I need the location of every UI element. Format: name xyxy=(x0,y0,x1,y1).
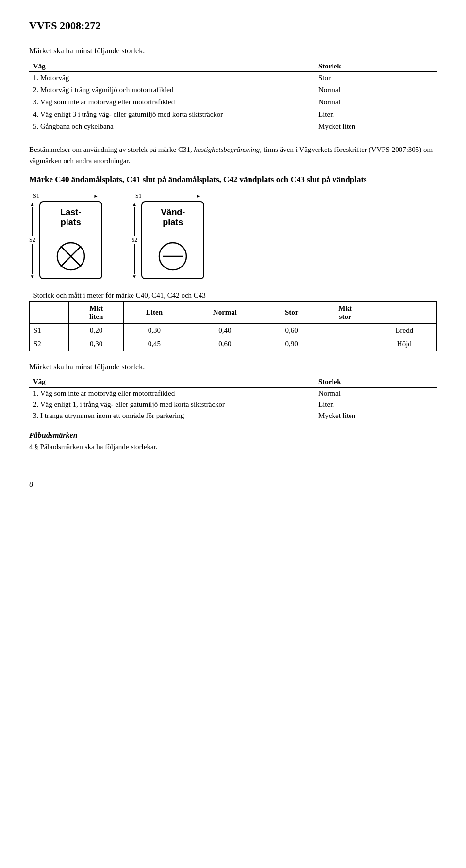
row2-col2: Normal xyxy=(315,84,437,96)
arrow-down-2: ▼ xyxy=(132,274,137,279)
table-row: 3. I trånga utrymmen inom ett område för… xyxy=(29,410,437,421)
s3-row2-col1: 2. Väg enligt 1, i trång väg- eller gatu… xyxy=(29,399,315,410)
sign1-body: ▲ S2 ▼ Last-plats xyxy=(29,201,102,279)
meas-caption-row: Storlek och mått i meter för märke C40, … xyxy=(30,289,437,302)
vandplats-icon xyxy=(158,241,188,271)
meas-h3: Normal xyxy=(185,301,265,323)
row3-col2: Normal xyxy=(315,96,437,108)
lastplats-icon xyxy=(56,241,86,271)
section3: Märket ska ha minst följande storlek. Vä… xyxy=(29,363,437,421)
arrow-down-1: ▼ xyxy=(30,274,34,279)
table-header-row: Väg Storlek xyxy=(29,60,437,72)
section3-header-row: Väg Storlek xyxy=(29,376,437,388)
table-row: 3. Väg som inte är motorväg eller motort… xyxy=(29,96,437,108)
s1-label-2: S1 xyxy=(135,192,142,200)
s2-line-1 xyxy=(32,207,33,237)
row1-col2: Stor xyxy=(315,72,437,84)
page-number: 8 xyxy=(29,480,437,489)
meas-h5: Mktstor xyxy=(318,301,372,323)
s1-label-1: S1 xyxy=(33,192,39,200)
meas-row-s1: S1 0,20 0,30 0,40 0,60 Bredd xyxy=(30,323,437,337)
meas-s2-v2: 0,45 xyxy=(123,337,185,351)
table-row: 1. Väg som inte är motorväg eller motort… xyxy=(29,387,437,399)
row1-col1: 1. Motorväg xyxy=(29,72,315,84)
s2-line-2 xyxy=(134,207,135,237)
meas-s2-v5 xyxy=(318,337,372,351)
sign2-body: ▲ S2 ▼ Vänd-plats xyxy=(132,201,205,279)
meas-table: Storlek och mått i meter för märke C40, … xyxy=(29,289,437,351)
s2-text-1: S2 xyxy=(29,236,35,244)
body-text: Bestämmelser om användning av storlek på… xyxy=(29,144,437,166)
sign2-box: Vänd-plats xyxy=(141,201,204,279)
s3-col2-header: Storlek xyxy=(315,376,437,388)
sign2-text: Vänd-plats xyxy=(161,207,185,228)
row3-col1: 3. Väg som inte är motorväg eller motort… xyxy=(29,96,315,108)
meas-s2-v4: 0,90 xyxy=(265,337,318,351)
meas-s1-v3: 0,40 xyxy=(185,323,265,337)
s1-line-2 xyxy=(144,196,194,196)
meas-h4: Stor xyxy=(265,301,318,323)
meas-s2-v3: 0,60 xyxy=(185,337,265,351)
section1-table: Väg Storlek 1. Motorväg Stor 2. Motorväg… xyxy=(29,60,437,133)
table-row: 2. Motorväg i trång vägmiljö och motortr… xyxy=(29,84,437,96)
row2-col1: 2. Motorväg i trång vägmiljö och motortr… xyxy=(29,84,315,96)
row5-col1: 5. Gångbana och cykelbana xyxy=(29,120,315,133)
paambuds-heading: Påbudsmärken xyxy=(29,431,437,440)
sign1-wrapper: S1 ► ▲ S2 ▼ Last-plats xyxy=(29,192,102,279)
meas-s1-v5 xyxy=(318,323,372,337)
s3-row1-col1: 1. Väg som inte är motorväg eller motort… xyxy=(29,387,315,399)
meas-h6 xyxy=(372,301,436,323)
meas-s1-v1: 0,20 xyxy=(69,323,123,337)
section2-heading: Märke C40 ändamålsplats, C41 slut på änd… xyxy=(29,174,437,185)
meas-h1: Mktliten xyxy=(69,301,123,323)
meas-header-row1: Mktliten Liten Normal Stor Mktstor xyxy=(30,301,437,323)
row5-col2: Mycket liten xyxy=(315,120,437,133)
s3-row1-col2: Normal xyxy=(315,387,437,399)
s1-line-1 xyxy=(41,196,91,196)
meas-s1-label: S1 xyxy=(30,323,69,337)
sign2-s1-label: S1 ► xyxy=(135,192,200,200)
meas-s2-label: S2 xyxy=(30,337,69,351)
meas-row-s2: S2 0,30 0,45 0,60 0,90 Höjd xyxy=(30,337,437,351)
table-row: 2. Väg enligt 1, i trång väg- eller gatu… xyxy=(29,399,437,410)
sign2-wrapper: S1 ► ▲ S2 ▼ Vänd-plats xyxy=(132,192,205,279)
s3-row2-col2: Liten xyxy=(315,399,437,410)
meas-s1-v2: 0,30 xyxy=(123,323,185,337)
arrow-right-2: ► xyxy=(196,193,200,199)
row4-col2: Liten xyxy=(315,108,437,120)
meas-caption: Storlek och mått i meter för märke C40, … xyxy=(30,289,437,302)
meas-s1-lbl: Bredd xyxy=(372,323,436,337)
row4-col1: 4. Väg enligt 3 i trång väg- eller gatum… xyxy=(29,108,315,120)
col1-header: Väg xyxy=(29,60,315,72)
s3-row3-col1: 3. I trånga utrymmen inom ett område för… xyxy=(29,410,315,421)
col2-header: Storlek xyxy=(315,60,437,72)
paambuds-paragraph: 4 § Påbudsmärken ska ha följande storlek… xyxy=(29,443,437,451)
s3-row3-col2: Mycket liten xyxy=(315,410,437,421)
meas-s2-v1: 0,30 xyxy=(69,337,123,351)
meas-h2: Liten xyxy=(123,301,185,323)
s2-line-1b xyxy=(32,244,33,274)
page-title: VVFS 2008:272 xyxy=(29,19,437,32)
meas-h0 xyxy=(30,301,69,323)
table-row: 5. Gångbana och cykelbana Mycket liten xyxy=(29,120,437,133)
section3-intro: Märket ska ha minst följande storlek. xyxy=(29,363,437,371)
arrow-up-2: ▲ xyxy=(132,201,137,207)
table-row: 1. Motorväg Stor xyxy=(29,72,437,84)
section3-table: Väg Storlek 1. Väg som inte är motorväg … xyxy=(29,376,437,421)
table-row: 4. Väg enligt 3 i trång väg- eller gatum… xyxy=(29,108,437,120)
section1-intro: Märket ska ha minst följande storlek. xyxy=(29,47,437,55)
s3-col1-header: Väg xyxy=(29,376,315,388)
meas-s2-lbl: Höjd xyxy=(372,337,436,351)
meas-s1-v4: 0,60 xyxy=(265,323,318,337)
s2-line-2b xyxy=(134,244,135,274)
paambuds-section: Påbudsmärken 4 § Påbudsmärken ska ha föl… xyxy=(29,431,437,451)
arrow-up-1: ▲ xyxy=(30,201,34,207)
s2-label-1: ▲ S2 ▼ xyxy=(29,201,35,279)
s2-text-2: S2 xyxy=(132,236,138,244)
sign1-text: Last-plats xyxy=(60,207,81,228)
sign1-s1-label: S1 ► xyxy=(33,192,98,200)
signs-diagrams: S1 ► ▲ S2 ▼ Last-plats xyxy=(29,192,437,279)
arrow-right-1: ► xyxy=(93,193,98,199)
sign1-box: Last-plats xyxy=(39,201,102,279)
s2-label-2: ▲ S2 ▼ xyxy=(132,201,138,279)
